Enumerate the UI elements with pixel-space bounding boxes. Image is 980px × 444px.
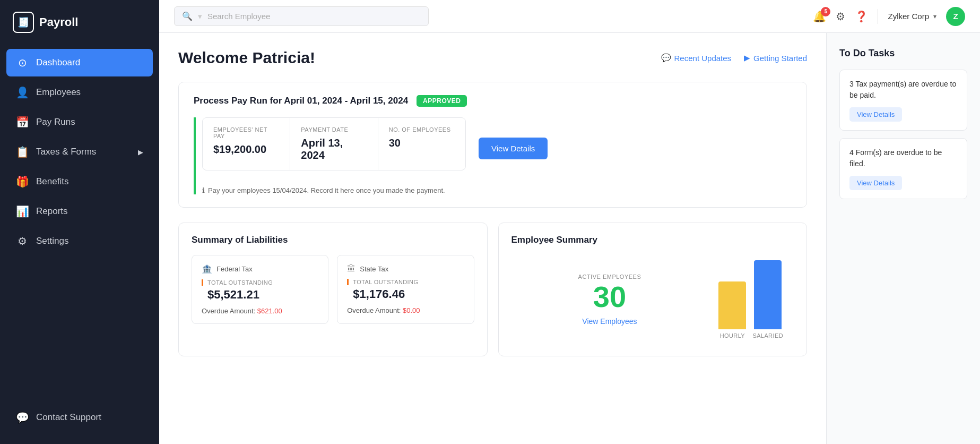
page-header: Welcome Patricia! 💬 Recent Updates ▶ Get… <box>178 49 807 67</box>
employee-summary-title: Employee Summary <box>511 235 794 245</box>
state-overdue-label: Overdue Amount: <box>347 306 401 314</box>
federal-outstanding-label: TOTAL OUTSTANDING <box>202 279 318 286</box>
employee-summary-card: Employee Summary ACTIVE EMPLOYEES 30 Vie… <box>498 223 808 356</box>
active-emp-label: ACTIVE EMPLOYEES <box>578 274 641 280</box>
emp-count-area: ACTIVE EMPLOYEES 30 View Employees <box>511 268 708 331</box>
main-area: 🔍 ▾ Search Employee 🔔 5 ⚙ ❓ Zylker Corp … <box>159 0 980 444</box>
search-placeholder-text: Search Employee <box>207 12 270 21</box>
liability-row: 🏦 Federal Tax TOTAL OUTSTANDING $5,521.2… <box>192 255 474 324</box>
sidebar-item-benefits[interactable]: 🎁 Benefits <box>6 168 153 195</box>
chevron-down-icon: ▾ <box>933 13 936 20</box>
sidebar-item-label: Benefits <box>36 176 68 187</box>
payrun-stats: EMPLOYEES' NET PAY $19,200.00 PAYMENT DA… <box>202 117 466 170</box>
state-tax-icon: 🏛 <box>347 264 355 274</box>
sidebar-item-label: Taxes & Forms <box>36 147 96 157</box>
hourly-bar-group: HOURLY <box>718 281 746 339</box>
state-header: 🏛 State Tax <box>347 264 464 274</box>
info-icon: ℹ <box>202 186 205 194</box>
state-outstanding-label: TOTAL OUTSTANDING <box>347 279 464 285</box>
salaried-bar-group: SALARIED <box>752 260 783 339</box>
emp-summary-inner: ACTIVE EMPLOYEES 30 View Employees HOURL… <box>511 255 794 344</box>
help-icon[interactable]: ❓ <box>855 10 868 23</box>
approved-badge: APPROVED <box>417 95 467 107</box>
todo-item-2: 4 Form(s) are overdue to be filed. View … <box>839 138 967 199</box>
state-overdue: Overdue Amount: $0.00 <box>347 306 464 314</box>
taxes-forms-icon: 📋 <box>16 146 29 158</box>
notifications-button[interactable]: 🔔 5 <box>813 10 826 23</box>
reports-icon: 📊 <box>16 205 29 218</box>
sidebar: 🧾 Payroll ⊙ Dashboard 👤 Employees 📅 Pay … <box>0 0 159 444</box>
right-panel: To Do Tasks 3 Tax payment(s) are overdue… <box>826 33 980 444</box>
sidebar-item-pay-runs[interactable]: 📅 Pay Runs <box>6 108 153 136</box>
company-selector[interactable]: Zylker Corp ▾ <box>888 12 936 21</box>
payrun-note: ℹ Pay your employees 15/04/2024. Record … <box>202 186 792 194</box>
payment-date-value: April 13, 2024 <box>301 137 367 161</box>
logo-text: Payroll <box>39 15 78 29</box>
employees-icon: 👤 <box>16 86 29 99</box>
hourly-label: HOURLY <box>720 332 745 339</box>
todo-item-1: 3 Tax payment(s) are overdue to be paid.… <box>839 70 967 131</box>
benefits-icon: 🎁 <box>16 175 29 188</box>
summary-row: Summary of Liabilities 🏦 Federal Tax TOT… <box>178 223 807 356</box>
logo-icon: 🧾 <box>13 12 34 33</box>
sidebar-item-label: Employees <box>36 87 81 98</box>
company-name: Zylker Corp <box>888 12 929 21</box>
sidebar-item-label: Reports <box>36 206 68 217</box>
payrun-left-bar: EMPLOYEES' NET PAY $19,200.00 PAYMENT DA… <box>194 117 792 194</box>
federal-header: 🏦 Federal Tax <box>202 264 318 274</box>
salaried-bar <box>754 260 782 329</box>
todo-text-2: 4 Form(s) are overdue to be filed. <box>849 147 957 169</box>
notification-badge: 5 <box>821 7 830 16</box>
sidebar-nav: ⊙ Dashboard 👤 Employees 📅 Pay Runs 📋 Tax… <box>0 45 159 397</box>
header-links: 💬 Recent Updates ▶ Getting Started <box>661 53 807 63</box>
net-pay-label: EMPLOYEES' NET PAY <box>213 126 279 139</box>
payment-date-label: PAYMENT DATE <box>301 126 367 133</box>
payrun-card: Process Pay Run for April 01, 2024 - Apr… <box>178 82 807 208</box>
main-content: Welcome Patricia! 💬 Recent Updates ▶ Get… <box>159 33 826 444</box>
sidebar-item-taxes-forms[interactable]: 📋 Taxes & Forms ▶ <box>6 138 153 166</box>
recent-updates-link[interactable]: 💬 Recent Updates <box>661 53 732 63</box>
todo-view-btn-2[interactable]: View Details <box>849 176 902 190</box>
overdue-label: Overdue Amount: <box>202 307 255 315</box>
federal-overdue: Overdue Amount: $621.00 <box>202 307 318 315</box>
dashboard-icon: ⊙ <box>16 56 29 69</box>
view-employees-link[interactable]: View Employees <box>582 317 637 326</box>
topbar: 🔍 ▾ Search Employee 🔔 5 ⚙ ❓ Zylker Corp … <box>159 0 980 33</box>
sidebar-item-dashboard[interactable]: ⊙ Dashboard <box>6 49 153 76</box>
liabilities-title: Summary of Liabilities <box>192 235 474 245</box>
num-employees-value: 30 <box>389 137 455 149</box>
num-employees-label: NO. OF EMPLOYEES <box>389 126 455 133</box>
state-outstanding-value: $1,176.46 <box>347 287 464 301</box>
num-employees-stat: NO. OF EMPLOYEES 30 <box>378 118 465 170</box>
state-tax-card: 🏛 State Tax TOTAL OUTSTANDING $1,176.46 … <box>337 255 474 324</box>
settings-icon[interactable]: ⚙ <box>836 10 845 23</box>
header-actions: 🔔 5 ⚙ ❓ Zylker Corp ▾ Z <box>813 7 965 26</box>
federal-tax-card: 🏦 Federal Tax TOTAL OUTSTANDING $5,521.2… <box>192 255 328 324</box>
getting-started-link[interactable]: ▶ Getting Started <box>744 53 807 63</box>
sidebar-item-contact-support[interactable]: 💬 Contact Support <box>6 404 153 431</box>
net-pay-value: $19,200.00 <box>213 143 279 156</box>
page-title: Welcome Patricia! <box>178 49 315 67</box>
payrun-stats-row: EMPLOYEES' NET PAY $19,200.00 PAYMENT DA… <box>202 117 792 179</box>
salaried-label: SALARIED <box>752 332 783 339</box>
federal-tax-icon: 🏦 <box>202 264 212 274</box>
header-divider <box>878 9 878 24</box>
state-overdue-amount: $0.00 <box>403 306 420 314</box>
sidebar-item-reports[interactable]: 📊 Reports <box>6 198 153 225</box>
liabilities-card: Summary of Liabilities 🏦 Federal Tax TOT… <box>178 223 488 356</box>
payrun-header: Process Pay Run for April 01, 2024 - Apr… <box>194 95 792 107</box>
play-icon: ▶ <box>744 53 750 63</box>
todo-view-btn-1[interactable]: View Details <box>849 107 902 122</box>
active-emp-count: 30 <box>593 282 626 312</box>
chevron-right-icon: ▶ <box>138 148 143 156</box>
federal-overdue-amount: $621.00 <box>257 307 282 315</box>
sidebar-item-employees[interactable]: 👤 Employees <box>6 79 153 106</box>
search-icon: 🔍 <box>182 11 193 21</box>
user-avatar[interactable]: Z <box>946 7 965 26</box>
federal-outstanding-value: $5,521.21 <box>202 288 318 302</box>
sidebar-item-label: Settings <box>36 236 68 246</box>
view-details-button[interactable]: View Details <box>479 138 548 159</box>
emp-chart-area: HOURLY SALARIED <box>708 255 794 344</box>
search-bar[interactable]: 🔍 ▾ Search Employee <box>174 6 429 26</box>
sidebar-item-settings[interactable]: ⚙ Settings <box>6 227 153 255</box>
